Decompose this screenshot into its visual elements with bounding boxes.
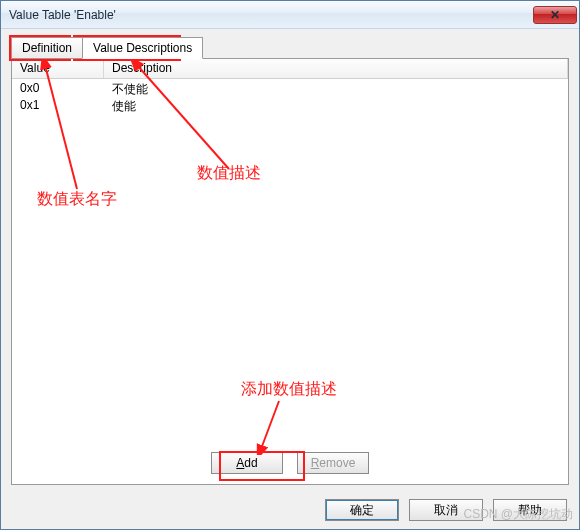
cell-value: 0x1 — [12, 98, 104, 115]
cell-description: 使能 — [104, 98, 568, 115]
add-button[interactable]: Add — [211, 452, 283, 474]
dialog-window: Value Table 'Enable' ✕ Definition Value … — [0, 0, 580, 530]
panel-button-row: Add Remove — [12, 452, 568, 474]
cell-description: 不使能 — [104, 81, 568, 98]
col-description[interactable]: Description — [104, 59, 568, 78]
title-bar: Value Table 'Enable' ✕ — [1, 1, 579, 29]
tab-definition[interactable]: Definition — [11, 37, 83, 59]
dialog-footer: 确定 取消 帮助 — [1, 499, 579, 521]
table-row[interactable]: 0x1 使能 — [12, 98, 568, 115]
ok-button[interactable]: 确定 — [325, 499, 399, 521]
cell-value: 0x0 — [12, 81, 104, 98]
col-value[interactable]: Value — [12, 59, 104, 78]
button-label-rest: dd — [244, 456, 257, 470]
help-button[interactable]: 帮助 — [493, 499, 567, 521]
client-area: Definition Value Descriptions Value Desc… — [1, 29, 579, 529]
tab-label: Value Descriptions — [93, 41, 192, 55]
remove-button[interactable]: Remove — [297, 452, 369, 474]
table-row[interactable]: 0x0 不使能 — [12, 81, 568, 98]
cancel-button[interactable]: 取消 — [409, 499, 483, 521]
list-body: 0x0 不使能 0x1 使能 — [12, 79, 568, 117]
tab-strip: Definition Value Descriptions — [11, 37, 203, 59]
close-button[interactable]: ✕ — [533, 6, 577, 24]
list-header: Value Description — [12, 59, 568, 79]
window-title: Value Table 'Enable' — [9, 8, 116, 22]
mnemonic: R — [311, 456, 320, 470]
tab-value-descriptions[interactable]: Value Descriptions — [82, 37, 203, 59]
button-label-rest: emove — [319, 456, 355, 470]
close-icon: ✕ — [550, 8, 560, 22]
tab-label: Definition — [22, 41, 72, 55]
descriptions-panel: Value Description 0x0 不使能 0x1 使能 Add Rem — [11, 58, 569, 485]
